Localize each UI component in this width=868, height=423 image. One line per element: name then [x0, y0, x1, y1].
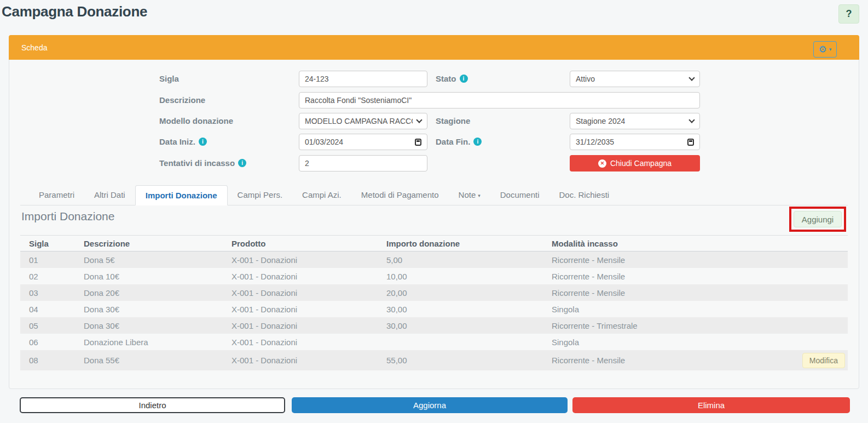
cell-sigla: 03: [20, 288, 75, 298]
table-row: 02Dona 10€X-001 - Donazioni10,00Ricorren…: [20, 268, 848, 284]
cell-sigla: 02: [20, 272, 75, 281]
highlight-annotation: Aggiungi: [789, 207, 846, 232]
info-icon: i: [199, 138, 207, 146]
cell-importo: 55,00: [378, 356, 543, 365]
tab-campi-azi[interactable]: Campi Azi.: [292, 185, 351, 205]
chevron-down-icon: [688, 75, 695, 81]
importi-table: SiglaDescrizioneProdottoImporto donazion…: [20, 235, 848, 370]
tab-note[interactable]: Note▾: [449, 185, 490, 205]
tentativi-incasso-label: Tentativi di incasso i: [159, 155, 246, 171]
table-row: 05Dona 30€X-001 - Donazioni30,00Ricorren…: [20, 317, 848, 334]
cell-importo: 5,00: [378, 255, 543, 265]
tab-campi-pers[interactable]: Campi Pers.: [228, 185, 293, 205]
cell-modalita: Ricorrente - Mensile: [543, 255, 848, 265]
stagione-label: Stagione: [436, 113, 470, 129]
cell-importo: 30,00: [378, 305, 543, 314]
tab-bar: ParametriAltri DatiImporti DonazioneCamp…: [20, 185, 848, 205]
cell-sigla: 04: [20, 305, 75, 314]
data-iniz-label: Data Iniz. i: [159, 134, 207, 150]
cell-importo: 20,00: [378, 288, 543, 298]
chevron-down-icon: [416, 117, 422, 123]
cell-prodotto: X-001 - Donazioni: [223, 321, 378, 330]
stato-label: Stato i: [436, 71, 468, 87]
data-fin-input[interactable]: 31/12/2035: [570, 134, 700, 150]
cell-prodotto: X-001 - Donazioni: [223, 272, 378, 281]
info-icon: i: [460, 75, 468, 83]
tab-importi-donazione[interactable]: Importi Donazione: [135, 185, 228, 205]
cell-prodotto: X-001 - Donazioni: [223, 356, 378, 365]
column-header-sigla: Sigla: [20, 239, 75, 248]
cell-modalita: Singola: [543, 338, 848, 347]
modello-donazione-label: Modello donazione: [159, 113, 233, 129]
table-row: 03Dona 20€X-001 - Donazioni20,00Ricorren…: [20, 284, 848, 301]
modello-donazione-select[interactable]: MODELLO CAMPAGNA RACCOLTA F: [299, 113, 427, 129]
sigla-label: Sigla: [159, 71, 179, 87]
caret-down-icon: ▾: [478, 193, 481, 198]
table-row: 08Dona 55€X-001 - Donazioni55,00Ricorren…: [20, 350, 848, 370]
aggiungi-button[interactable]: Aggiungi: [794, 211, 842, 227]
close-circle-icon: ✕: [598, 159, 606, 168]
cell-importo: 10,00: [378, 272, 543, 281]
descrizione-input[interactable]: [299, 92, 700, 108]
settings-dropdown-button[interactable]: ⚙ ▾: [813, 41, 837, 58]
cell-prodotto: X-001 - Donazioni: [223, 255, 378, 265]
section-title: Importi Donazione: [21, 210, 114, 223]
calendar-icon[interactable]: [687, 139, 694, 146]
caret-down-icon: ▾: [829, 47, 832, 52]
table-row: 04Dona 30€X-001 - Donazioni30,00Singola: [20, 301, 848, 317]
modifica-button[interactable]: Modifica: [802, 353, 845, 368]
help-button[interactable]: ?: [838, 4, 859, 24]
stagione-select[interactable]: Stagione 2024: [570, 113, 700, 129]
cell-modalita: Singola: [543, 305, 848, 314]
chiudi-campagna-button[interactable]: ✕ Chiudi Campagna: [570, 155, 700, 172]
indietro-button[interactable]: Indietro: [20, 397, 285, 413]
cell-descrizione: Dona 10€: [75, 272, 223, 281]
info-icon: i: [473, 138, 482, 146]
table-row: 01Dona 5€X-001 - Donazioni5,00Ricorrente…: [20, 251, 848, 268]
table-header: SiglaDescrizioneProdottoImporto donazion…: [20, 235, 848, 251]
calendar-icon[interactable]: [415, 139, 421, 146]
sigla-input[interactable]: [299, 71, 427, 87]
tab-parametri[interactable]: Parametri: [29, 185, 84, 205]
column-header-modalit-incasso: Modalità incasso: [543, 239, 848, 248]
tentativi-incasso-input[interactable]: [299, 155, 427, 172]
panel-header-title: Scheda: [21, 43, 47, 52]
info-icon: i: [238, 159, 246, 167]
cell-modalita: Ricorrente - Mensile: [543, 288, 848, 298]
page-title: Campagna Donazione: [2, 3, 147, 20]
cell-descrizione: Dona 30€: [75, 305, 223, 314]
scheda-panel: Scheda ⚙ ▾ Sigla Stato i Attivo Descrizi…: [9, 35, 859, 389]
data-iniz-input[interactable]: 01/03/2024: [299, 134, 427, 150]
aggiorna-button[interactable]: Aggiorna: [292, 397, 568, 413]
cell-prodotto: X-001 - Donazioni: [223, 338, 378, 347]
cell-sigla: 05: [20, 321, 75, 330]
cell-importo: 30,00: [378, 321, 543, 330]
cell-modalita: Ricorrente - Mensile: [543, 272, 848, 281]
stato-select[interactable]: Attivo: [570, 71, 700, 87]
cell-descrizione: Dona 20€: [75, 288, 223, 298]
cell-prodotto: X-001 - Donazioni: [223, 305, 378, 314]
cell-descrizione: Dona 55€: [75, 356, 223, 365]
cell-descrizione: Donazione Libera: [75, 338, 223, 347]
gear-icon: ⚙: [819, 45, 827, 54]
tab-altri-dati[interactable]: Altri Dati: [84, 185, 135, 205]
tab-metodi-di-pagamento[interactable]: Metodi di Pagamento: [351, 185, 449, 205]
tab-documenti[interactable]: Documenti: [490, 185, 549, 205]
cell-descrizione: Dona 5€: [75, 255, 223, 265]
tab-doc-richiesti[interactable]: Doc. Richiesti: [549, 185, 619, 205]
elimina-button[interactable]: Elimina: [572, 397, 850, 413]
column-header-importo-donazione: Importo donazione: [378, 239, 543, 248]
panel-header: Scheda ⚙ ▾: [9, 35, 859, 60]
table-row: 06Donazione LiberaX-001 - DonazioniSingo…: [20, 334, 848, 350]
table-body: 01Dona 5€X-001 - Donazioni5,00Ricorrente…: [20, 251, 848, 370]
cell-descrizione: Dona 30€: [75, 321, 223, 330]
cell-sigla: 06: [20, 338, 75, 347]
chevron-down-icon: [688, 117, 695, 123]
data-fin-label: Data Fin. i: [436, 134, 482, 150]
cell-sigla: 01: [20, 255, 75, 265]
cell-sigla: 08: [20, 356, 75, 365]
cell-modalita: Ricorrente - Trimestrale: [543, 321, 848, 330]
descrizione-label: Descrizione: [159, 92, 205, 108]
cell-prodotto: X-001 - Donazioni: [223, 288, 378, 298]
column-header-prodotto: Prodotto: [223, 239, 378, 248]
